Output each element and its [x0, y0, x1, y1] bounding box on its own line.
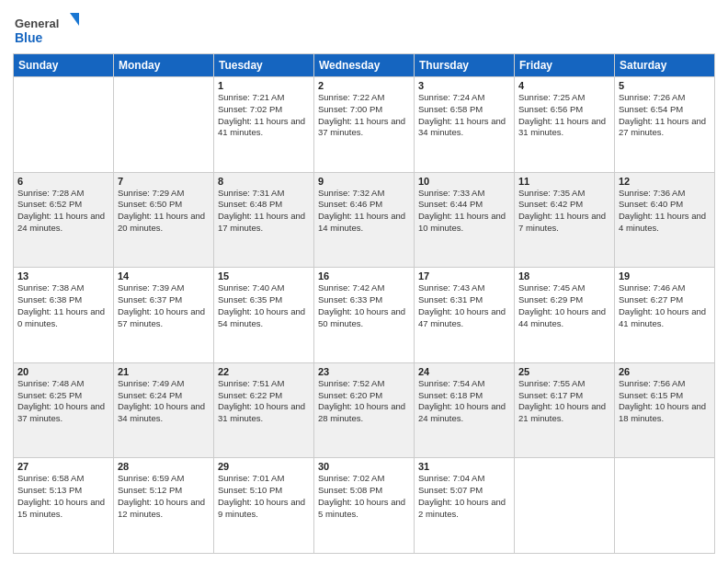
day-number: 13 [17, 270, 109, 282]
day-info: Sunrise: 7:31 AMSunset: 6:48 PMDaylight:… [218, 188, 310, 235]
calendar-cell: 7Sunrise: 7:29 AMSunset: 6:50 PMDaylight… [114, 172, 214, 268]
calendar-page: General Blue SundayMondayTuesdayWednesda… [0, 0, 728, 563]
day-info: Sunrise: 7:36 AMSunset: 6:40 PMDaylight:… [619, 188, 711, 235]
calendar-cell: 18Sunrise: 7:45 AMSunset: 6:29 PMDayligh… [515, 268, 615, 363]
day-number: 5 [619, 80, 711, 91]
day-info: Sunrise: 7:38 AMSunset: 6:38 PMDaylight:… [17, 282, 109, 329]
day-number: 27 [17, 461, 109, 472]
day-number: 25 [518, 366, 610, 377]
day-number: 9 [318, 176, 410, 187]
day-number: 3 [418, 80, 510, 91]
day-number: 26 [619, 366, 711, 377]
week-row-2: 6Sunrise: 7:28 AMSunset: 6:52 PMDaylight… [14, 172, 715, 268]
day-info: Sunrise: 7:55 AMSunset: 6:17 PMDaylight:… [518, 378, 610, 425]
calendar-cell: 11Sunrise: 7:35 AMSunset: 6:42 PMDayligh… [515, 172, 615, 268]
weekday-header-saturday: Saturday [615, 54, 715, 77]
calendar-cell: 17Sunrise: 7:43 AMSunset: 6:31 PMDayligh… [415, 268, 515, 363]
calendar-cell: 23Sunrise: 7:52 AMSunset: 6:20 PMDayligh… [314, 362, 415, 458]
day-number: 19 [619, 270, 711, 282]
week-row-5: 27Sunrise: 6:58 AMSunset: 5:13 PMDayligh… [14, 458, 715, 554]
day-number: 23 [318, 366, 410, 377]
calendar-cell: 6Sunrise: 7:28 AMSunset: 6:52 PMDaylight… [14, 172, 114, 268]
day-number: 17 [418, 270, 510, 282]
day-info: Sunrise: 7:49 AMSunset: 6:24 PMDaylight:… [118, 378, 210, 425]
weekday-header-tuesday: Tuesday [214, 54, 314, 77]
day-number: 2 [318, 80, 410, 91]
weekday-header-friday: Friday [515, 54, 615, 77]
day-info: Sunrise: 7:04 AMSunset: 5:07 PMDaylight:… [418, 473, 510, 520]
day-info: Sunrise: 7:02 AMSunset: 5:08 PMDaylight:… [318, 473, 410, 520]
day-info: Sunrise: 7:43 AMSunset: 6:31 PMDaylight:… [418, 282, 510, 329]
day-info: Sunrise: 6:59 AMSunset: 5:12 PMDaylight:… [118, 473, 210, 520]
calendar-cell: 30Sunrise: 7:02 AMSunset: 5:08 PMDayligh… [314, 458, 415, 554]
day-number: 1 [218, 80, 310, 91]
calendar-cell: 12Sunrise: 7:36 AMSunset: 6:40 PMDayligh… [615, 172, 715, 268]
logo: General Blue [13, 9, 86, 50]
day-number: 22 [218, 366, 310, 377]
day-number: 24 [418, 366, 510, 377]
weekday-header-thursday: Thursday [415, 54, 515, 77]
svg-marker-1 [70, 13, 79, 26]
calendar-cell: 4Sunrise: 7:25 AMSunset: 6:56 PMDaylight… [515, 77, 615, 173]
calendar-cell: 5Sunrise: 7:26 AMSunset: 6:54 PMDaylight… [615, 77, 715, 173]
day-info: Sunrise: 7:45 AMSunset: 6:29 PMDaylight:… [518, 282, 610, 329]
calendar-table: SundayMondayTuesdayWednesdayThursdayFrid… [13, 53, 715, 554]
day-info: Sunrise: 7:54 AMSunset: 6:18 PMDaylight:… [418, 378, 510, 425]
calendar-cell: 28Sunrise: 6:59 AMSunset: 5:12 PMDayligh… [114, 458, 214, 554]
calendar-cell: 22Sunrise: 7:51 AMSunset: 6:22 PMDayligh… [214, 362, 314, 458]
day-info: Sunrise: 7:28 AMSunset: 6:52 PMDaylight:… [17, 188, 109, 235]
weekday-header-sunday: Sunday [14, 54, 114, 77]
day-number: 14 [118, 270, 210, 282]
day-number: 7 [118, 176, 210, 187]
day-info: Sunrise: 7:24 AMSunset: 6:58 PMDaylight:… [418, 92, 510, 139]
weekday-header-wednesday: Wednesday [314, 54, 415, 77]
day-info: Sunrise: 7:26 AMSunset: 6:54 PMDaylight:… [619, 92, 711, 139]
calendar-cell: 27Sunrise: 6:58 AMSunset: 5:13 PMDayligh… [14, 458, 114, 554]
day-info: Sunrise: 7:35 AMSunset: 6:42 PMDaylight:… [518, 188, 610, 235]
day-info: Sunrise: 7:46 AMSunset: 6:27 PMDaylight:… [619, 282, 711, 329]
calendar-cell: 29Sunrise: 7:01 AMSunset: 5:10 PMDayligh… [214, 458, 314, 554]
day-info: Sunrise: 7:52 AMSunset: 6:20 PMDaylight:… [318, 378, 410, 425]
calendar-cell: 16Sunrise: 7:42 AMSunset: 6:33 PMDayligh… [314, 268, 415, 363]
day-info: Sunrise: 7:29 AMSunset: 6:50 PMDaylight:… [118, 188, 210, 235]
calendar-cell: 10Sunrise: 7:33 AMSunset: 6:44 PMDayligh… [415, 172, 515, 268]
day-number: 10 [418, 176, 510, 187]
day-info: Sunrise: 7:56 AMSunset: 6:15 PMDaylight:… [619, 378, 711, 425]
calendar-cell: 8Sunrise: 7:31 AMSunset: 6:48 PMDaylight… [214, 172, 314, 268]
day-info: Sunrise: 7:25 AMSunset: 6:56 PMDaylight:… [518, 92, 610, 139]
weekday-header-monday: Monday [114, 54, 214, 77]
day-number: 12 [619, 176, 711, 187]
day-number: 15 [218, 270, 310, 282]
day-info: Sunrise: 7:51 AMSunset: 6:22 PMDaylight:… [218, 378, 310, 425]
week-row-3: 13Sunrise: 7:38 AMSunset: 6:38 PMDayligh… [14, 268, 715, 363]
calendar-cell: 15Sunrise: 7:40 AMSunset: 6:35 PMDayligh… [214, 268, 314, 363]
day-number: 11 [518, 176, 610, 187]
calendar-cell: 19Sunrise: 7:46 AMSunset: 6:27 PMDayligh… [615, 268, 715, 363]
calendar-cell: 2Sunrise: 7:22 AMSunset: 7:00 PMDaylight… [314, 77, 415, 173]
day-info: Sunrise: 7:39 AMSunset: 6:37 PMDaylight:… [118, 282, 210, 329]
calendar-cell [114, 77, 214, 173]
day-info: Sunrise: 7:21 AMSunset: 7:02 PMDaylight:… [218, 92, 310, 139]
calendar-cell: 31Sunrise: 7:04 AMSunset: 5:07 PMDayligh… [415, 458, 515, 554]
day-number: 18 [518, 270, 610, 282]
day-number: 6 [17, 176, 109, 187]
day-number: 28 [118, 461, 210, 472]
calendar-cell [14, 77, 114, 173]
header: General Blue [13, 9, 715, 50]
day-number: 29 [218, 461, 310, 472]
calendar-cell: 24Sunrise: 7:54 AMSunset: 6:18 PMDayligh… [415, 362, 515, 458]
day-info: Sunrise: 7:48 AMSunset: 6:25 PMDaylight:… [17, 378, 109, 425]
day-info: Sunrise: 7:42 AMSunset: 6:33 PMDaylight:… [318, 282, 410, 329]
calendar-cell: 25Sunrise: 7:55 AMSunset: 6:17 PMDayligh… [515, 362, 615, 458]
day-number: 31 [418, 461, 510, 472]
week-row-4: 20Sunrise: 7:48 AMSunset: 6:25 PMDayligh… [14, 362, 715, 458]
day-info: Sunrise: 6:58 AMSunset: 5:13 PMDaylight:… [17, 473, 109, 520]
day-number: 30 [318, 461, 410, 472]
day-info: Sunrise: 7:01 AMSunset: 5:10 PMDaylight:… [218, 473, 310, 520]
day-info: Sunrise: 7:40 AMSunset: 6:35 PMDaylight:… [218, 282, 310, 329]
calendar-cell: 21Sunrise: 7:49 AMSunset: 6:24 PMDayligh… [114, 362, 214, 458]
day-number: 20 [17, 366, 109, 377]
calendar-cell: 14Sunrise: 7:39 AMSunset: 6:37 PMDayligh… [114, 268, 214, 363]
calendar-cell: 3Sunrise: 7:24 AMSunset: 6:58 PMDaylight… [415, 77, 515, 173]
day-info: Sunrise: 7:22 AMSunset: 7:00 PMDaylight:… [318, 92, 410, 139]
